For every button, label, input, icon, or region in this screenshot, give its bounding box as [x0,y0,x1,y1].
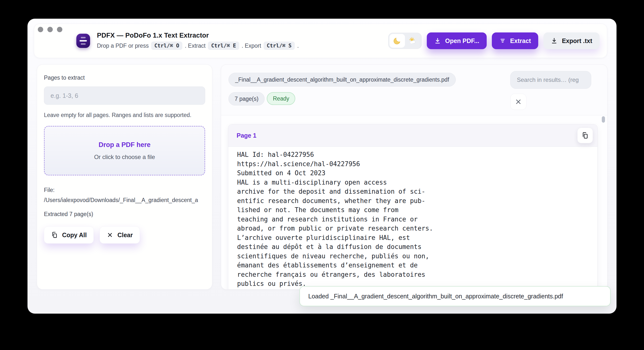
extracted-text: HAL Id: hal-04227956 https://hal.science… [228,147,597,289]
toast-notification: Loaded _Final__A_gradient_descent_algori… [300,286,610,306]
window-minimize-button[interactable] [47,27,53,32]
app-window: PDFX — PoDoFo 1.x Text Extractor Drop a … [28,19,616,314]
clear-label: Clear [117,232,133,239]
open-pdf-label: Open PDF... [445,37,479,45]
shortcut-open-kbd: Ctrl/⌘ O [151,42,182,50]
theme-dark-option[interactable] [390,34,405,48]
dropzone-title: Drop a PDF here [99,141,151,149]
file-path: /Users/ialexpovod/Downloads/_Final__A_gr… [44,197,212,204]
pages-help-text: Leave empty for all pages. Ranges and li… [44,111,205,119]
close-icon [107,232,113,238]
app-logo-icon [76,34,90,48]
theme-toggle[interactable] [388,33,422,49]
extracted-status: Extracted 7 page(s) [44,211,205,218]
sun-behind-cloud-icon [408,37,417,45]
results-panel: _Final__A_gradient_descent_algorithm_bui… [221,64,608,289]
clear-button[interactable]: Clear [100,226,140,244]
page-text-body: HAL Id: hal-04227956 https://hal.science… [228,147,597,289]
theme-light-option[interactable] [405,34,420,48]
copy-icon [582,132,589,139]
sidebar-panel: Pages to extract Leave empty for all pag… [37,64,212,289]
export-txt-label: Export .txt [562,37,592,45]
subtitle-text: Drop a PDF or press [97,43,149,49]
moon-icon [393,37,401,45]
pages-to-extract-label: Pages to extract [44,74,205,81]
dropzone-subtitle: Or click to choose a file [94,154,155,160]
copy-icon [51,232,58,238]
results-scroll-area[interactable]: Page 1 HAL Id: hal-04227956 https://hal.… [221,115,607,289]
app-brand: PDFX — PoDoFo 1.x Text Extractor Drop a … [76,32,299,50]
clear-search-button[interactable] [510,94,526,110]
page-title: Page 1 [236,132,256,139]
app-title: PDFX — PoDoFo 1.x Text Extractor [97,32,299,39]
subtitle-text: . [297,43,299,49]
copy-all-label: Copy All [62,232,87,239]
window-controls [38,27,62,32]
toast-message: Loaded _Final__A_gradient_descent_algori… [308,293,563,300]
shortcut-export-kbd: Ctrl/⌘ S [264,42,295,50]
filter-lines-icon [499,37,506,44]
shortcut-extract-kbd: Ctrl/⌘ E [208,42,239,50]
copy-all-button[interactable]: Copy All [44,226,94,244]
open-pdf-button[interactable]: Open PDF... [427,33,487,49]
download-icon [551,37,558,44]
app-subtitle: Drop a PDF or press Ctrl/⌘ O . Extract C… [97,42,299,50]
pages-input[interactable] [44,87,205,105]
subtitle-text: . Extract [185,43,206,49]
export-txt-button[interactable]: Export .txt [544,33,600,49]
header: PDFX — PoDoFo 1.x Text Extractor Drop a … [34,24,607,58]
download-icon [434,37,441,44]
window-close-button[interactable] [38,27,43,32]
copy-page-button[interactable] [577,128,593,143]
file-label: File: [44,187,205,194]
page-result-card: Page 1 HAL Id: hal-04227956 https://hal.… [228,124,598,289]
page-card-header: Page 1 [228,124,597,147]
pages-count-badge: 7 page(s) [228,92,264,105]
window-zoom-button[interactable] [57,27,62,32]
scrollbar-thumb[interactable] [602,116,605,123]
extract-label: Extract [510,37,531,45]
subtitle-text: . Export [242,43,261,49]
search-input[interactable] [510,71,591,89]
status-badge: Ready [267,92,295,105]
extract-button[interactable]: Extract [492,33,538,49]
pdf-dropzone[interactable]: Drop a PDF here Or click to choose a fil… [44,126,205,176]
loaded-filename-chip: _Final__A_gradient_descent_algorithm_bui… [228,73,456,87]
close-icon [515,98,522,105]
desktop-background: PDFX — PoDoFo 1.x Text Extractor Drop a … [0,0,644,350]
